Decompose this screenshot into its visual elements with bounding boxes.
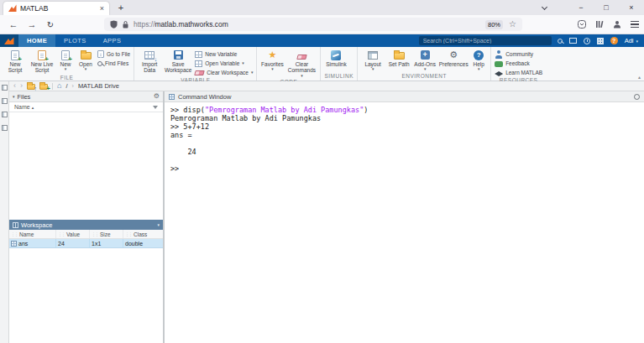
matlab-logo[interactable]: [0, 34, 18, 47]
breadcrumb-location[interactable]: MATLAB Drive: [78, 82, 119, 90]
nav-bar-actions: [578, 15, 639, 34]
clear-workspace-button[interactable]: Clear Workspace ▾: [195, 69, 253, 76]
command-window-panel: Command Window >> disp("Pemrograman Matl…: [164, 91, 644, 343]
new-button[interactable]: New ▾: [57, 49, 74, 71]
browser-tab-title: MATLAB: [20, 4, 100, 13]
bookmark-star-icon[interactable]: ☆: [509, 20, 516, 29]
breadcrumb-separator-icon: ›: [72, 83, 74, 89]
browser-tab[interactable]: MATLAB ×: [3, 2, 109, 15]
ribbon-section-simulink: Simulink SIMULINK: [321, 47, 358, 81]
filter-icon[interactable]: [153, 106, 158, 109]
open-button[interactable]: Open ▾: [76, 49, 95, 71]
help-badge-icon[interactable]: ?: [610, 37, 618, 44]
sort-ascending-icon: ▴: [32, 105, 34, 110]
account-icon[interactable]: [613, 20, 621, 29]
files-name-column[interactable]: Name: [14, 104, 30, 110]
new-tab-button[interactable]: +: [114, 2, 128, 15]
files-settings-gear-icon[interactable]: ⚙: [154, 93, 160, 100]
list-all-tabs-button[interactable]: [535, 0, 553, 15]
console-line: [170, 156, 644, 164]
favorites-icon: ★: [269, 50, 277, 60]
community-button[interactable]: Community: [495, 50, 542, 58]
new-script-icon: [11, 50, 19, 60]
url-bar[interactable]: https://matlab.mathworks.com 80% ☆: [104, 18, 522, 31]
forward-button[interactable]: →: [24, 15, 40, 34]
pocket-icon[interactable]: [578, 20, 586, 29]
add-ons-button[interactable]: Add-Ons ▾: [413, 49, 437, 71]
simulink-button[interactable]: Simulink: [324, 49, 348, 67]
matlab-logo-icon: [4, 37, 14, 45]
import-data-button[interactable]: Import Data: [138, 49, 161, 74]
open-variable-button[interactable]: Open Variable ▾: [195, 60, 253, 67]
zoom-level-badge[interactable]: 80%: [485, 20, 503, 29]
workspace-row[interactable]: ans241x1double: [9, 239, 163, 248]
command-window-title: Command Window: [178, 93, 231, 101]
console-line: [170, 139, 644, 148]
files-column-header[interactable]: Name ▴: [9, 102, 163, 112]
feedback-button[interactable]: Feedback: [495, 60, 542, 67]
workspace-cell-class: double: [123, 239, 163, 247]
collapse-toolstrip-icon[interactable]: ▴: [638, 74, 641, 80]
reload-button[interactable]: ↻: [42, 15, 59, 34]
new-live-script-button[interactable]: New Live Script: [29, 49, 55, 74]
preview-panel-toggle-icon[interactable]: [2, 125, 8, 131]
tab-apps[interactable]: APPS: [95, 34, 130, 47]
workspace-panel-toggle-icon[interactable]: [2, 98, 8, 104]
command-window-icon: [169, 94, 175, 100]
files-list-empty[interactable]: [9, 112, 163, 220]
workspace-col-class[interactable]: ⋮⋮ Class: [123, 230, 163, 238]
apps-grid-icon[interactable]: [597, 38, 604, 44]
search-icon[interactable]: [558, 39, 563, 44]
save-workspace-button[interactable]: Save Workspace: [164, 49, 192, 74]
layout-button[interactable]: Layout ▾: [361, 49, 385, 71]
section-label-environment: ENVIRONMENT: [361, 72, 487, 81]
nav-back-icon[interactable]: ‹: [13, 82, 16, 90]
panel-options-icon[interactable]: [634, 94, 640, 100]
menu-icon[interactable]: [631, 21, 639, 28]
maximize-button[interactable]: □: [594, 0, 619, 15]
history-icon[interactable]: [584, 38, 590, 44]
new-variable-button[interactable]: New Variable: [195, 50, 253, 58]
nav-forward-icon[interactable]: ›: [20, 82, 23, 90]
workspace-col-name[interactable]: ⋮⋮ Name: [9, 230, 56, 238]
workspace-col-value[interactable]: ⋮⋮ Value: [56, 230, 90, 238]
clear-workspace-icon: [194, 70, 205, 75]
matlab-toolstrip-tabs: HOME PLOTS APPS ? Adi ▾: [0, 34, 644, 47]
files-panel-header[interactable]: ▾ Files ⚙: [9, 91, 163, 102]
workspace-collapse-icon[interactable]: ▾: [157, 222, 160, 227]
files-panel-toggle-icon[interactable]: [2, 85, 8, 91]
window-controls: − □ ×: [568, 0, 644, 15]
workspace-col-size[interactable]: ⋮⋮ Size: [90, 230, 123, 238]
new-script-button[interactable]: New Script: [3, 49, 27, 74]
back-button[interactable]: ←: [5, 15, 22, 34]
minimize-button[interactable]: −: [568, 0, 594, 15]
clear-commands-button[interactable]: Clear Commands ▾: [286, 49, 317, 78]
learn-matlab-button[interactable]: Learn MATLAB: [495, 69, 542, 76]
workspace-panel-header[interactable]: Workspace ▾: [9, 220, 163, 230]
user-menu[interactable]: Adi ▾: [625, 37, 638, 44]
tab-close-icon[interactable]: ×: [100, 4, 104, 13]
breadcrumb-root[interactable]: /: [65, 82, 67, 90]
help-button[interactable]: Help ▾: [470, 49, 487, 71]
desktop-icon[interactable]: [569, 38, 577, 44]
search-input[interactable]: [419, 36, 552, 45]
preferences-button[interactable]: ⚙ Preferences: [439, 49, 468, 67]
set-path-button[interactable]: Set Path: [387, 49, 411, 67]
file-browser-toolbar: ‹ › ⌂ / › MATLAB Drive: [9, 81, 644, 91]
console-line: ans =: [170, 131, 644, 139]
find-files-button[interactable]: Find Files: [97, 60, 130, 67]
favorites-button[interactable]: ★ Favorites ▾: [260, 49, 284, 71]
side-panel-strip: [0, 81, 9, 343]
upload-icon[interactable]: [27, 84, 35, 90]
tab-plots[interactable]: PLOTS: [55, 34, 95, 47]
home-icon[interactable]: ⌂: [57, 82, 61, 90]
library-icon[interactable]: [595, 20, 604, 29]
close-button[interactable]: ×: [619, 0, 644, 15]
command-window-output[interactable]: >> disp("Pemrograman Matlab by Adi Pamun…: [165, 102, 644, 173]
go-to-file-button[interactable]: Go to File: [97, 50, 130, 58]
tab-home[interactable]: HOME: [18, 34, 55, 47]
figures-panel-toggle-icon[interactable]: [2, 112, 8, 117]
collapse-icon[interactable]: ▾: [13, 94, 15, 99]
command-window-header[interactable]: Command Window: [165, 91, 644, 102]
new-folder-icon[interactable]: [39, 84, 48, 90]
